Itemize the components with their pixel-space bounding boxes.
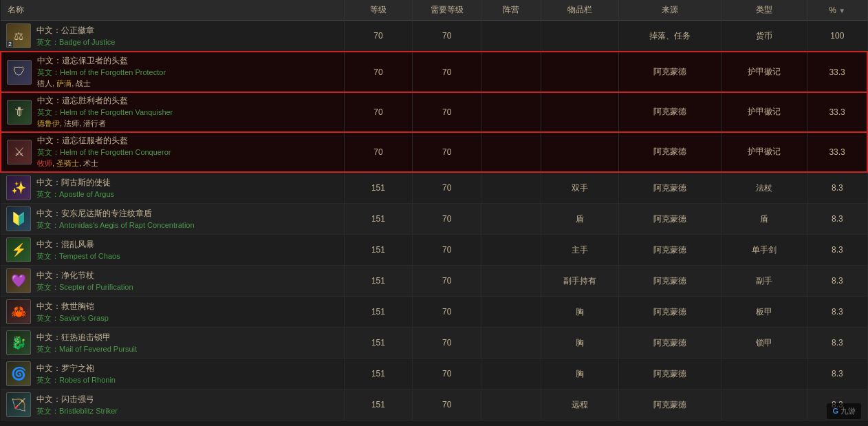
table-row[interactable]: 🏹中文：闪击强弓英文：Bristleblitz Striker15170远程阿克… (1, 390, 867, 420)
item-en-label: 英文：Helm of the Forgotten Vanquisher (37, 107, 173, 118)
item-type: 锁甲 (721, 328, 807, 359)
item-req-level: 70 (413, 132, 481, 173)
item-cn-label: 中文：罗宁之袍 (36, 363, 116, 374)
item-icon-helm-forgotten-protector: 🛡 (7, 60, 32, 85)
item-source: 掉落、任务 (618, 21, 721, 52)
item-type (721, 390, 807, 420)
col-header-level[interactable]: 等级 (344, 0, 413, 21)
table-row[interactable]: 🛡中文：遗忘保卫者的头盔英文：Helm of the Forgotten Pro… (1, 52, 867, 92)
item-faction (481, 52, 541, 92)
item-info-robes-of-rhonin: 中文：罗宁之袍英文：Robes of Rhonin (36, 363, 116, 385)
item-slot: 双手 (541, 172, 618, 204)
item-type: 副手 (721, 266, 807, 297)
table-row[interactable]: 🗡中文：遗忘胜利者的头盔英文：Helm of the Forgotten Van… (1, 92, 867, 132)
item-info-saviors-grasp: 中文：救世胸铠英文：Savior's Grasp (36, 301, 109, 323)
item-level: 151 (344, 390, 413, 420)
item-info-badge-of-justice: 中文：公正徽章英文：Badge of Justice (36, 25, 115, 47)
item-cn-label: 中文：闪击强弓 (36, 394, 118, 405)
col-header-source[interactable]: 来源 (618, 0, 721, 21)
item-faction (481, 21, 541, 52)
item-req-level: 70 (413, 328, 481, 359)
item-level: 151 (344, 204, 413, 235)
item-level: 70 (344, 52, 413, 92)
table-row[interactable]: 🦀中文：救世胸铠英文：Savior's Grasp15170胸阿克蒙德板甲8.3 (1, 297, 867, 328)
item-source: 阿克蒙德 (618, 297, 721, 328)
item-percent: 8.3 (807, 172, 867, 204)
item-info-helm-forgotten-vanquisher: 中文：遗忘胜利者的头盔英文：Helm of the Forgotten Vanq… (37, 95, 173, 129)
item-icon-tempest-of-chaos: ⚡ (6, 237, 31, 262)
item-en-label: 英文：Helm of the Forgotten Protector (37, 67, 166, 78)
item-class-label: 猎人, 萨满, 战士 (37, 78, 166, 89)
item-cn-label: 中文：遗忘征服者的头盔 (37, 135, 171, 147)
item-icon-apostle-of-argus: ✨ (6, 175, 31, 200)
item-percent: 8.3 (807, 297, 867, 328)
item-percent: 33.3 (807, 132, 867, 173)
item-req-level: 70 (413, 52, 481, 92)
item-req-level: 70 (413, 266, 481, 297)
item-source: 阿克蒙德 (618, 92, 721, 132)
item-faction (481, 266, 541, 297)
item-slot: 盾 (541, 204, 618, 235)
col-header-name[interactable]: 名称 (1, 0, 344, 21)
table-row[interactable]: ⚔中文：遗忘征服者的头盔英文：Helm of the Forgotten Con… (1, 132, 867, 173)
item-type: 板甲 (721, 297, 807, 328)
col-header-type[interactable]: 类型 (721, 0, 807, 21)
item-percent: 8.3 (807, 235, 867, 266)
item-en-label: 英文：Antonidas's Aegis of Rapt Concentrati… (36, 220, 195, 231)
item-en-label: 英文：Helm of the Forgotten Conqueror (37, 147, 171, 158)
item-info-apostle-of-argus: 中文：阿古斯的使徒英文：Apostle of Argus (36, 177, 114, 200)
table-row[interactable]: ✨中文：阿古斯的使徒英文：Apostle of Argus15170双手阿克蒙德… (1, 172, 867, 204)
item-info-scepter-of-purification: 中文：净化节杖英文：Scepter of Purification (36, 270, 133, 292)
item-source: 阿克蒙德 (618, 359, 721, 390)
item-type: 盾 (721, 204, 807, 235)
item-class-label: 德鲁伊, 法师, 潜行者 (37, 118, 173, 129)
item-source: 阿克蒙德 (618, 132, 721, 173)
table-row[interactable]: 🔰中文：安东尼达斯的专注纹章盾英文：Antonidas's Aegis of R… (1, 204, 867, 235)
item-percent: 8.3 (807, 204, 867, 235)
item-en-label: 英文：Scepter of Purification (36, 282, 133, 292)
item-req-level: 70 (413, 297, 481, 328)
item-req-level: 70 (413, 235, 481, 266)
item-cn-label: 中文：阿古斯的使徒 (36, 177, 114, 189)
watermark-icon: G (832, 407, 838, 415)
item-icon-bristleblitz-striker: 🏹 (6, 392, 31, 417)
item-req-level: 70 (413, 92, 481, 132)
col-header-slot[interactable]: 物品栏 (541, 0, 618, 21)
item-source: 阿克蒙德 (618, 204, 721, 235)
item-type: 护甲徽记 (721, 132, 807, 173)
table-row[interactable]: 🐉中文：狂热追击锁甲英文：Mail of Fevered Pursuit1517… (1, 328, 867, 359)
item-en-label: 英文：Bristleblitz Striker (36, 406, 118, 416)
item-cell: 💜中文：净化节杖英文：Scepter of Purification (1, 266, 344, 296)
item-type: 货币 (721, 21, 807, 52)
item-type (721, 359, 807, 390)
table-header-row: 名称 等级 需要等级 阵营 物品栏 来源 类型 (1, 0, 867, 21)
item-slot: 胸 (541, 328, 618, 359)
col-header-faction[interactable]: 阵营 (481, 0, 541, 21)
item-req-level: 70 (413, 359, 481, 390)
item-req-level: 70 (413, 204, 481, 235)
item-cell: 🦀中文：救世胸铠英文：Savior's Grasp (1, 297, 344, 327)
table-row[interactable]: 🌀中文：罗宁之袍英文：Robes of Rhonin15170胸阿克蒙德8.3 (1, 359, 867, 390)
item-type: 单手剑 (721, 235, 807, 266)
item-en-label: 英文：Mail of Fevered Pursuit (36, 344, 137, 354)
item-level: 151 (344, 359, 413, 390)
item-slot (541, 52, 618, 92)
item-info-bristleblitz-striker: 中文：闪击强弓英文：Bristleblitz Striker (36, 394, 118, 416)
table-row[interactable]: 💜中文：净化节杖英文：Scepter of Purification15170副… (1, 266, 867, 297)
item-faction (481, 92, 541, 132)
item-info-helm-forgotten-protector: 中文：遗忘保卫者的头盔英文：Helm of the Forgotten Prot… (37, 55, 166, 89)
item-en-label: 英文：Badge of Justice (36, 37, 115, 47)
item-level: 70 (344, 21, 413, 52)
item-cn-label: 中文：混乱风暴 (36, 239, 120, 251)
item-percent: 33.3 (807, 52, 867, 92)
item-icon-robes-of-rhonin: 🌀 (6, 361, 31, 386)
item-cell: 🔰中文：安东尼达斯的专注纹章盾英文：Antonidas's Aegis of R… (1, 204, 344, 234)
table-row[interactable]: ⚖2中文：公正徽章英文：Badge of Justice7070掉落、任务货币1… (1, 21, 867, 52)
table-row[interactable]: ⚡中文：混乱风暴英文：Tempest of Chaos15170主手阿克蒙德单手… (1, 235, 867, 266)
item-type: 法杖 (721, 172, 807, 204)
item-source: 阿克蒙德 (618, 235, 721, 266)
col-header-percent[interactable]: % ▼ (807, 0, 867, 21)
col-header-req-level[interactable]: 需要等级 (413, 0, 481, 21)
item-icon-aegis-rapt-concentration: 🔰 (6, 206, 31, 231)
item-cell: 🏹中文：闪击强弓英文：Bristleblitz Striker (1, 390, 344, 420)
